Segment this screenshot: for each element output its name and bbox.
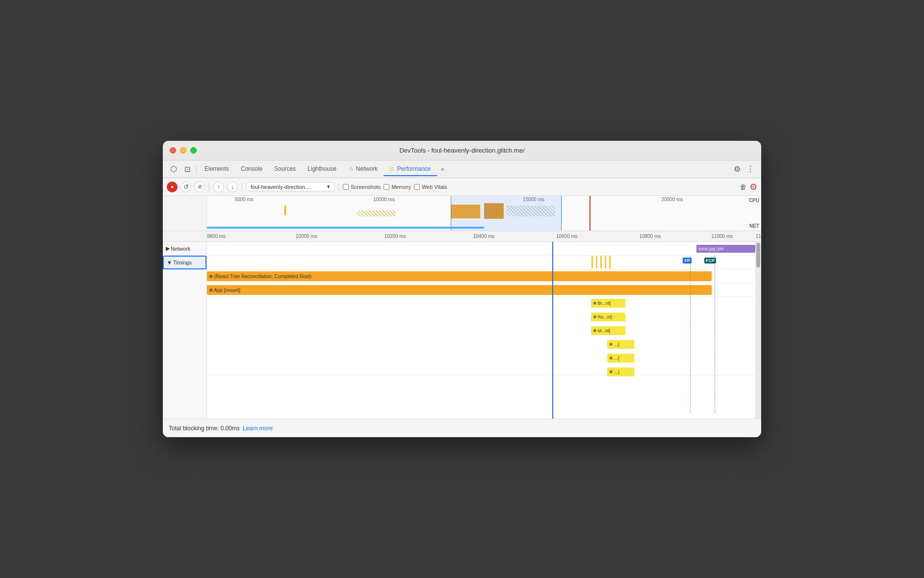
ctrl-separator-3 xyxy=(338,183,339,191)
minimize-button[interactable] xyxy=(180,147,186,154)
vertical-scrollbar[interactable] xyxy=(755,242,761,419)
settings-icon[interactable]: ⚙ xyxy=(731,162,744,176)
dots1-bar[interactable]: ✻ ...] xyxy=(607,340,634,349)
dropdown-arrow-icon: ▾ xyxy=(327,184,330,190)
mini-tick-3 xyxy=(600,256,602,268)
web-vitals-checkbox-group: Web Vitals xyxy=(414,184,447,190)
fcp-dashed-line xyxy=(715,256,715,413)
net-bar xyxy=(207,227,484,229)
timings-section-label[interactable]: ▼ Timings xyxy=(163,256,206,269)
time-ruler: 9800 ms 10000 ms 10200 ms 10400 ms 10600… xyxy=(163,231,761,242)
tab-bar: ⬡ ⊡ Elements Console Sources Lighthouse … xyxy=(163,160,761,178)
m-nt-bar[interactable]: ✻ M...nt] xyxy=(591,326,625,335)
empty-left-space xyxy=(163,269,206,407)
timeline-selection[interactable] xyxy=(451,196,562,231)
tab-performance[interactable]: ⚠ Performance xyxy=(384,162,437,176)
network-triangle-icon: ▶ xyxy=(166,245,170,252)
overview-tick-20000: 20000 ms xyxy=(662,197,683,202)
tick-11: 11 xyxy=(756,234,761,239)
overview-left-panel xyxy=(163,196,207,231)
web-vitals-label: Web Vitals xyxy=(422,184,447,190)
tab-network[interactable]: ⚠ Network xyxy=(342,162,384,176)
maximize-button[interactable] xyxy=(190,147,197,154)
record-button[interactable]: ● xyxy=(167,182,178,192)
soop-jpg-bar[interactable]: soop.jpg (sto xyxy=(696,245,755,253)
network-label-text: Network xyxy=(171,246,190,252)
url-value: foul-heavenly-direction.... xyxy=(251,184,311,190)
react-reconciliation-label: ✻ (React Tree Reconciliation: Completed … xyxy=(209,274,311,279)
screenshots-checkbox[interactable] xyxy=(343,184,349,190)
more-tabs-button[interactable]: » xyxy=(437,163,448,175)
memory-checkbox[interactable] xyxy=(384,184,389,190)
pointer-icon[interactable]: ⬡ xyxy=(167,162,180,176)
tab-sources-label: Sources xyxy=(274,165,296,172)
tick-10400: 10400 ms xyxy=(473,234,494,239)
web-vitals-checkbox[interactable] xyxy=(414,184,420,190)
cpu-stripe-1 xyxy=(357,210,396,216)
dots2-bar[interactable]: ✻ ...] xyxy=(607,354,634,363)
tab-console[interactable]: Console xyxy=(235,162,268,176)
overview-tick-5000: 5000 ms xyxy=(235,197,254,202)
app-mount-bar[interactable]: ✻ App [mount] xyxy=(207,285,712,295)
m-nt-label: ✻ M...nt] xyxy=(593,328,611,333)
flame-chart: ▶ Network ▼ Timings soop.jpg (sto xyxy=(163,242,761,419)
gear-icon[interactable]: ⚙ xyxy=(749,182,757,192)
sub-components-row: ✻ Br...nt] ✻ Ro...nt] ✻ M...nt] ✻ ...] ✻… xyxy=(207,297,755,375)
flame-right-panel[interactable]: soop.jpg (sto FP xyxy=(207,242,755,419)
learn-more-link[interactable]: Learn more xyxy=(243,425,273,432)
tick-10000: 10000 ms xyxy=(296,234,317,239)
window-title: DevTools - foul-heavenly-direction.glitc… xyxy=(399,147,524,154)
tab-sources[interactable]: Sources xyxy=(268,162,302,176)
close-button[interactable] xyxy=(170,147,176,154)
tab-network-label: Network xyxy=(356,165,378,172)
traffic-lights xyxy=(170,147,197,154)
reload-profile-button[interactable]: ↺ xyxy=(180,182,191,192)
tick-9800: 9800 ms xyxy=(207,234,226,239)
tab-elements[interactable]: Elements xyxy=(199,162,235,176)
overview-bar: 5000 ms 10000 ms 15000 ms 20000 ms CPU N… xyxy=(163,196,761,231)
scrollbar-thumb[interactable] xyxy=(756,243,760,267)
url-dropdown[interactable]: foul-heavenly-direction.... ▾ xyxy=(246,182,334,191)
tick-10200: 10200 ms xyxy=(385,234,406,239)
clear-button[interactable]: ⊘ xyxy=(194,182,205,192)
cpu-spike-1 xyxy=(284,206,286,215)
dots1-label: ✻ ...] xyxy=(609,342,619,347)
network-section-row: soop.jpg (sto xyxy=(207,242,755,256)
ctrl-separator-2 xyxy=(242,183,242,191)
network-section-label[interactable]: ▶ Network xyxy=(163,242,206,256)
ro-nt-bar[interactable]: ✻ Ro...nt] xyxy=(591,313,625,321)
app-mount-row[interactable]: ✻ App [mount] xyxy=(207,283,755,297)
timing-mini-bars xyxy=(591,256,611,269)
ruler-left-panel xyxy=(163,231,207,241)
tick-11000: 11000 ms xyxy=(711,234,733,239)
cpu-label: CPU xyxy=(749,198,759,203)
tab-lighthouse[interactable]: Lighthouse xyxy=(302,162,342,176)
status-bar: Total blocking time: 0.00ms Learn more xyxy=(163,419,761,437)
overview-content[interactable]: 5000 ms 10000 ms 15000 ms 20000 ms CPU N… xyxy=(207,196,761,231)
br-nt-bar[interactable]: ✻ Br...nt] xyxy=(591,299,625,308)
more-options-icon[interactable]: ⋮ xyxy=(744,162,757,176)
react-reconciliation-row[interactable]: ✻ (React Tree Reconciliation: Completed … xyxy=(207,269,755,283)
download-button[interactable]: ↓ xyxy=(227,182,238,192)
mini-tick-1 xyxy=(591,256,593,268)
tab-performance-label: Performance xyxy=(397,165,431,172)
tick-10600: 10600 ms xyxy=(556,234,578,239)
tab-lighthouse-label: Lighthouse xyxy=(308,165,336,172)
dots3-bar[interactable]: ✻ ...] xyxy=(607,368,634,376)
memory-label: Memory xyxy=(391,184,411,190)
tab-elements-label: Elements xyxy=(205,165,229,172)
ruler-ticks: 9800 ms 10000 ms 10200 ms 10400 ms 10600… xyxy=(207,231,761,241)
timings-header-row: FP FCP xyxy=(207,256,755,269)
performance-warning-icon: ⚠ xyxy=(389,165,395,172)
titlebar: DevTools - foul-heavenly-direction.glitc… xyxy=(163,141,761,160)
upload-button[interactable]: ↑ xyxy=(213,182,224,192)
timing-ticks xyxy=(207,256,755,269)
device-icon[interactable]: ⊡ xyxy=(180,162,194,176)
tick-10800: 10800 ms xyxy=(639,234,661,239)
trash-icon[interactable]: 🗑 xyxy=(740,183,746,191)
react-reconciliation-bar[interactable]: ✻ (React Tree Reconciliation: Completed … xyxy=(207,271,712,281)
flame-left-panel: ▶ Network ▼ Timings xyxy=(163,242,207,419)
overview-tick-10000: 10000 ms xyxy=(373,197,395,202)
net-label: NET xyxy=(749,223,759,229)
timings-label-text: Timings xyxy=(173,260,192,265)
